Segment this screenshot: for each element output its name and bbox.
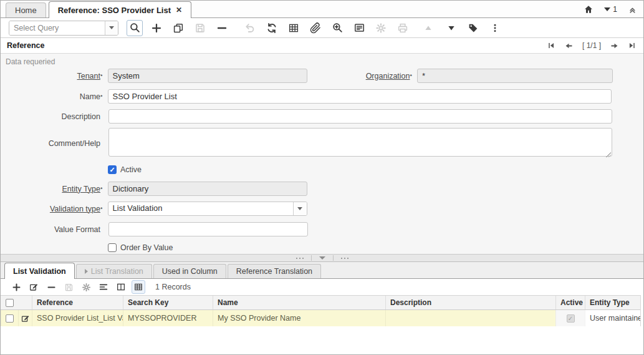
value-format-field[interactable] <box>108 222 308 236</box>
grid-toggle-button[interactable] <box>286 20 302 36</box>
row-value-format: Value Format <box>1 222 643 236</box>
cell-search-key: MYSSOPROVIDER <box>123 310 213 326</box>
refresh-button[interactable] <box>264 20 280 36</box>
tab-used-in-column[interactable]: Used in Column <box>153 264 226 278</box>
column-header-description[interactable]: Description <box>385 296 555 309</box>
tab-label: Used in Column <box>162 267 218 276</box>
add-icon <box>151 22 162 34</box>
label-button[interactable] <box>465 20 481 36</box>
desktop-selector[interactable]: 1 <box>604 5 617 14</box>
tenant-field[interactable] <box>108 69 307 83</box>
minus-icon <box>47 283 56 292</box>
first-record-button[interactable] <box>546 41 556 51</box>
detail-customize-button[interactable] <box>97 280 110 294</box>
name-label: Name <box>80 92 100 101</box>
undo-icon <box>244 22 256 34</box>
detail-process-button[interactable] <box>79 280 93 294</box>
refresh-icon <box>266 22 277 34</box>
triangle-up-icon <box>424 24 433 32</box>
active-checkbox[interactable]: ✓ <box>108 165 117 174</box>
zoom-across-button[interactable] <box>329 20 345 36</box>
tab-list-validation[interactable]: List Validation <box>4 263 75 279</box>
required-marker: * <box>100 73 103 79</box>
new-record-button[interactable] <box>148 20 165 36</box>
row-comment: Comment/Help <box>1 128 643 159</box>
detail-new-button[interactable] <box>9 280 23 294</box>
chat-log-button[interactable] <box>351 20 367 36</box>
tab-overflow-arrow-icon <box>85 269 88 274</box>
entity-type-label: Entity Type <box>62 185 100 193</box>
tab-home[interactable]: Home <box>6 2 46 17</box>
column-header-entity-type[interactable]: Entity Type <box>585 296 640 309</box>
organization-field[interactable] <box>417 69 613 83</box>
delete-record-button[interactable] <box>214 20 230 36</box>
row-validation-type: Validation type* List Validation <box>1 202 643 216</box>
panel-splitter[interactable] <box>1 254 643 262</box>
more-kebab-icon <box>490 23 500 33</box>
table-row[interactable]: SSO Provider List_List Val... MYSSOPROVI… <box>1 310 640 326</box>
desktop-caret-icon <box>604 7 610 11</box>
copy-record-button[interactable] <box>170 20 186 36</box>
value-format-label: Value Format <box>54 225 100 234</box>
tab-reference-translation[interactable]: Reference Translation <box>228 264 321 278</box>
tab-reference-sso[interactable]: Reference: SSO Provider List ✕ <box>49 1 191 18</box>
required-marker: * <box>100 206 103 212</box>
required-marker: * <box>100 186 103 192</box>
description-label: Description <box>61 112 100 121</box>
column-header-reference[interactable]: Reference <box>32 296 123 309</box>
detail-edit-button[interactable] <box>27 280 41 294</box>
tab-home-label: Home <box>15 6 37 15</box>
save-icon <box>64 283 74 292</box>
row-edit-button[interactable] <box>18 310 32 326</box>
entity-type-field[interactable] <box>108 182 307 196</box>
description-field[interactable] <box>108 109 612 124</box>
collapse-header-icon[interactable] <box>627 4 637 14</box>
name-field[interactable] <box>108 89 612 104</box>
select-all-checkbox[interactable] <box>6 299 14 307</box>
required-marker: * <box>410 73 413 79</box>
detail-toggle-panel-button[interactable] <box>114 280 128 294</box>
attachment-icon <box>310 22 321 34</box>
column-header-name[interactable]: Name <box>213 296 385 309</box>
validation-type-dropdown-button[interactable] <box>293 202 307 215</box>
tab-list-translation[interactable]: List Translation <box>76 264 152 278</box>
column-header-active[interactable]: Active <box>555 296 585 309</box>
query-dropdown-button[interactable] <box>105 21 118 35</box>
validation-type-value: List Validation <box>108 202 293 215</box>
print-icon <box>397 22 408 34</box>
find-button[interactable] <box>127 20 143 36</box>
validation-type-select[interactable]: List Validation <box>108 202 307 216</box>
close-tab-icon[interactable]: ✕ <box>176 6 182 14</box>
row-select-checkbox[interactable] <box>6 314 14 323</box>
row-order-by-value: Order By Value <box>108 243 643 252</box>
resize-grip-icon[interactable] <box>606 152 611 157</box>
splitter-collapse-icon[interactable] <box>319 256 325 260</box>
last-record-button[interactable] <box>627 41 637 51</box>
previous-record-button[interactable] <box>564 41 574 51</box>
records-count: 1 Records <box>155 283 191 291</box>
split-columns-icon <box>116 282 126 292</box>
comment-field[interactable] <box>108 128 612 157</box>
column-header-search-key[interactable]: Search Key <box>123 296 213 309</box>
attachment-button[interactable] <box>307 20 324 36</box>
detail-grid-view-button[interactable] <box>132 280 145 294</box>
home-icon[interactable] <box>583 4 594 15</box>
list-lines-icon <box>99 282 108 292</box>
detail-delete-button[interactable] <box>44 280 58 294</box>
save-button <box>192 20 208 36</box>
chevron-down-icon <box>297 207 302 210</box>
detail-toolbar: 1 Records <box>1 279 643 295</box>
edit-icon <box>21 314 30 323</box>
order-by-value-checkbox[interactable] <box>108 243 117 252</box>
tab-label: List Validation <box>13 267 66 276</box>
row-active: ✓ Active <box>108 165 643 174</box>
detail-record-button[interactable] <box>443 20 459 36</box>
more-actions-button[interactable] <box>487 20 503 36</box>
desktop-number: 1 <box>613 5 617 14</box>
search-icon <box>129 22 141 34</box>
comment-label: Comment/Help <box>49 139 100 148</box>
query-input[interactable] <box>9 21 105 35</box>
next-record-button[interactable] <box>609 41 619 51</box>
tab-reference-label: Reference: SSO Provider List <box>58 6 171 15</box>
record-form: Data requeried Tenant* Organization* Nam… <box>1 54 643 254</box>
